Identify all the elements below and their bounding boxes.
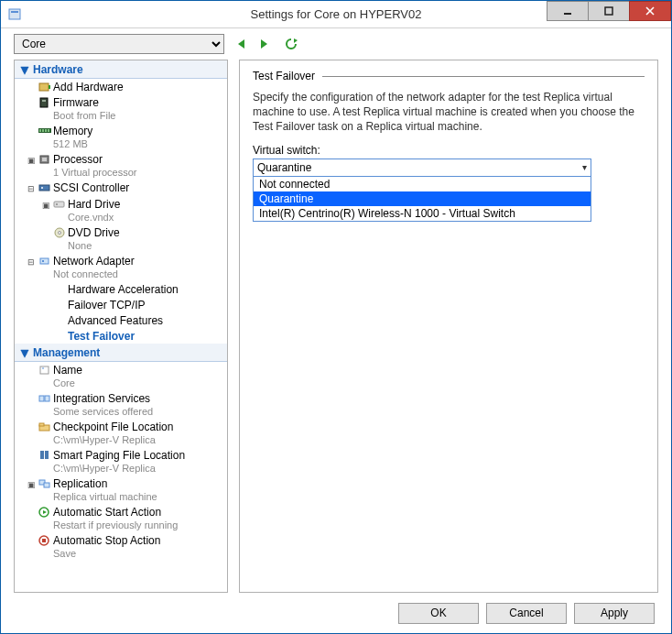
svg-point-25 (59, 232, 61, 235)
firmware-icon (37, 96, 53, 109)
svg-rect-0 (9, 9, 20, 19)
tree-item-auto-start[interactable]: Automatic Start ActionRestart if previou… (15, 504, 227, 532)
svg-rect-11 (40, 98, 48, 107)
tree-item-advanced-features[interactable]: Advanced Features (15, 312, 227, 328)
svg-rect-16 (45, 129, 47, 132)
ok-button[interactable]: OK (398, 603, 479, 624)
dropdown-option[interactable]: Quarantine (254, 191, 591, 206)
vm-selector[interactable]: Core (14, 34, 224, 54)
svg-rect-26 (40, 258, 49, 264)
detail-title: Test Failover (253, 70, 315, 82)
window-maximize-button[interactable] (588, 1, 630, 21)
svg-rect-14 (39, 129, 41, 132)
svg-rect-17 (48, 129, 49, 132)
svg-rect-9 (39, 83, 49, 91)
collapse-icon[interactable]: ⊟ (26, 181, 37, 195)
svg-rect-31 (45, 396, 49, 401)
tree-item-auto-stop[interactable]: Automatic Stop ActionSave (15, 532, 227, 561)
expand-icon[interactable]: ▣ (26, 153, 37, 167)
dialog-buttons: OK Cancel Apply (1, 593, 671, 633)
svg-marker-6 (238, 39, 244, 49)
svg-rect-1 (11, 11, 18, 13)
nav-back-icon[interactable] (233, 36, 250, 52)
virtual-switch-combo[interactable]: Quarantine ▾ (253, 158, 591, 177)
integration-icon (37, 392, 53, 405)
settings-tree: ⯆ Hardware Add Hardware FirmwareBoot fro… (14, 60, 228, 593)
tree-item-scsi-controller[interactable]: ⊟ SCSI Controller (15, 180, 227, 196)
title-bar: Settings for Core on HYPERV02 (1, 1, 671, 28)
detail-description: Specify the configuration of the network… (253, 90, 645, 135)
svg-marker-39 (43, 510, 47, 514)
expand-icon[interactable]: ▣ (40, 198, 51, 212)
collapse-icon[interactable]: ⊟ (26, 255, 37, 268)
cancel-button[interactable]: Cancel (486, 603, 567, 624)
tree-item-hard-drive[interactable]: ▣ Hard DriveCore.vndx (15, 196, 227, 224)
apply-button[interactable]: Apply (574, 603, 655, 624)
expand-icon[interactable]: ▣ (26, 477, 37, 491)
dvd-icon (51, 226, 68, 239)
dropdown-option[interactable]: Intel(R) Centrino(R) Wireless-N 1000 - V… (254, 206, 591, 221)
auto-start-icon (37, 506, 53, 519)
tree-item-firmware[interactable]: FirmwareBoot from File (15, 94, 227, 123)
svg-marker-7 (261, 39, 267, 49)
svg-rect-15 (42, 129, 44, 132)
svg-rect-41 (42, 539, 46, 542)
svg-rect-27 (42, 260, 44, 262)
section-header-hardware[interactable]: ⯆ Hardware (15, 60, 227, 79)
svg-rect-2 (564, 13, 571, 15)
svg-rect-3 (605, 7, 612, 15)
window-close-button[interactable] (629, 1, 671, 21)
checkpoint-icon (37, 421, 53, 433)
combo-value: Quarantine (257, 161, 311, 174)
svg-rect-33 (39, 423, 44, 426)
collapse-icon: ⯆ (20, 348, 29, 358)
chevron-down-icon: ▾ (582, 162, 587, 172)
svg-rect-22 (54, 202, 64, 207)
paging-icon (37, 449, 53, 462)
section-header-management[interactable]: ⯆ Management (15, 344, 227, 362)
svg-rect-12 (42, 100, 46, 102)
svg-rect-35 (45, 451, 49, 459)
memory-icon (37, 125, 53, 137)
svg-rect-28 (40, 366, 49, 374)
tree-item-add-hardware[interactable]: Add Hardware (15, 79, 227, 94)
section-label: Hardware (33, 63, 83, 76)
tree-item-replication[interactable]: ▣ ReplicationReplica virtual machine (15, 476, 227, 504)
processor-icon (37, 153, 53, 166)
section-label: Management (33, 346, 100, 359)
tree-item-hw-accel[interactable]: Hardware Acceleration (15, 281, 227, 297)
svg-rect-20 (39, 185, 49, 191)
svg-marker-8 (294, 38, 298, 43)
auto-stop-icon (37, 534, 53, 547)
tree-item-test-failover[interactable]: Test Failover (15, 328, 227, 344)
scsi-icon (37, 181, 53, 194)
tree-item-name[interactable]: NameCore (15, 362, 227, 390)
tree-item-dvd-drive[interactable]: DVD DriveNone (15, 224, 227, 253)
app-icon (8, 7, 23, 22)
svg-rect-10 (49, 85, 50, 89)
tree-item-integration-services[interactable]: Integration ServicesSome services offere… (15, 390, 227, 419)
dropdown-option[interactable]: Not connected (254, 177, 591, 191)
svg-rect-30 (39, 396, 44, 401)
refresh-icon[interactable] (283, 36, 299, 52)
collapse-icon: ⯆ (20, 65, 29, 75)
svg-rect-37 (44, 483, 49, 487)
tree-item-checkpoint-location[interactable]: Checkpoint File LocationC:\vm\Hyper-V Re… (15, 419, 227, 447)
tree-item-memory[interactable]: Memory512 MB (15, 123, 227, 151)
virtual-switch-dropdown: Not connected Quarantine Intel(R) Centri… (253, 177, 591, 222)
virtual-switch-label: Virtual switch: (253, 144, 645, 157)
tree-item-network-adapter[interactable]: ⊟ Network AdapterNot connected (15, 253, 227, 281)
toolbar: Core (1, 28, 671, 60)
tree-item-processor[interactable]: ▣ Processor1 Virtual processor (15, 151, 227, 180)
window-minimize-button[interactable] (547, 1, 589, 21)
svg-rect-34 (40, 451, 44, 459)
tree-item-smart-paging[interactable]: Smart Paging File LocationC:\vm\Hyper-V … (15, 447, 227, 476)
svg-rect-19 (42, 158, 47, 161)
nav-forward-icon[interactable] (255, 36, 272, 52)
name-icon (37, 364, 53, 377)
detail-pane: Test Failover Specify the configuration … (239, 60, 658, 593)
tree-item-failover-tcpip[interactable]: Failover TCP/IP (15, 297, 227, 312)
svg-point-23 (56, 203, 58, 205)
replication-icon (37, 477, 53, 490)
svg-point-21 (41, 187, 43, 189)
